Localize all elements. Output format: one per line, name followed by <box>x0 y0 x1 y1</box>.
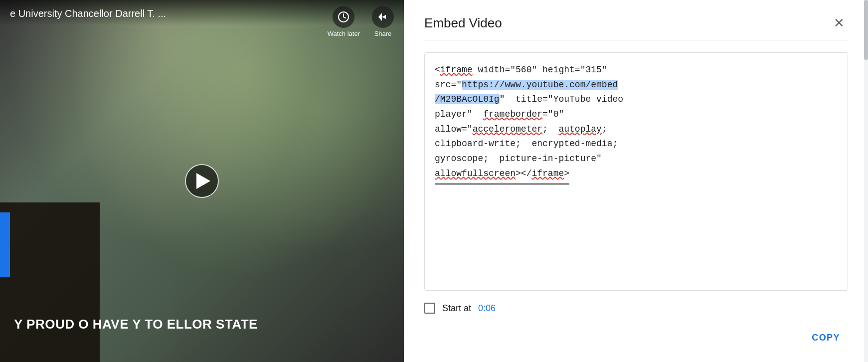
code-frameborder: frameborder <box>483 109 542 119</box>
scrollbar-track <box>864 0 868 362</box>
watch-later-button[interactable]: Watch later <box>328 6 360 37</box>
code-url-highlight: https://www.youtube.com/embed/M29BAcOL0I… <box>435 80 618 105</box>
watch-later-label: Watch later <box>328 30 360 37</box>
code-allowfullscreen: allowfullscreen <box>435 169 516 179</box>
start-at-label: Start at <box>442 303 471 314</box>
embed-dialog-title: Embed Video <box>424 15 502 31</box>
video-panel: Y PROUD O HAVE Y TO ELLOR STATE e Univer… <box>0 0 404 362</box>
code-line-1: <iframe width="560" height="315" <box>435 63 838 78</box>
start-at-row: Start at 0:06 <box>424 303 848 314</box>
code-line-7: allowfullscreen></iframe> <box>435 167 838 184</box>
share-button[interactable]: Share <box>372 6 394 37</box>
embed-panel: Embed Video ✕ <iframe width="560" height… <box>404 0 868 362</box>
play-button[interactable] <box>185 164 219 198</box>
video-actions: Watch later Share <box>328 6 394 37</box>
embed-footer: COPY <box>424 328 848 348</box>
watch-later-icon <box>333 6 354 28</box>
video-overlay-text: Y PROUD O HAVE Y TO ELLOR STATE <box>14 316 258 333</box>
code-line-5: clipboard-write; encrypted-media; <box>435 137 838 152</box>
video-title: e University Chancellor Darrell T. ... <box>10 8 166 19</box>
start-at-checkbox[interactable] <box>424 303 435 314</box>
code-line-3: player" frameborder="0" <box>435 107 838 122</box>
code-line-2: src="https://www.youtube.com/embed/M29BA… <box>435 78 838 107</box>
copy-button[interactable]: COPY <box>804 328 848 348</box>
share-icon <box>372 6 394 28</box>
code-accelerometer: accelerometer <box>473 124 542 134</box>
code-line-4: allow="accelerometer; autoplay; <box>435 122 838 137</box>
code-iframe-close: iframe <box>531 169 564 179</box>
embed-header: Embed Video ✕ <box>424 14 848 40</box>
share-label: Share <box>374 30 392 37</box>
start-at-time: 0:06 <box>478 303 496 314</box>
code-lt: < <box>435 65 440 75</box>
embed-code-area[interactable]: <iframe width="560" height="315" src="ht… <box>424 52 848 291</box>
code-autoplay: autoplay <box>558 124 601 134</box>
code-line-6: gyroscope; picture-in-picture" <box>435 152 838 167</box>
scrollbar-thumb[interactable] <box>864 0 868 60</box>
close-button[interactable]: ✕ <box>830 14 848 32</box>
code-iframe-tag: iframe <box>440 65 473 75</box>
play-icon <box>196 173 210 189</box>
